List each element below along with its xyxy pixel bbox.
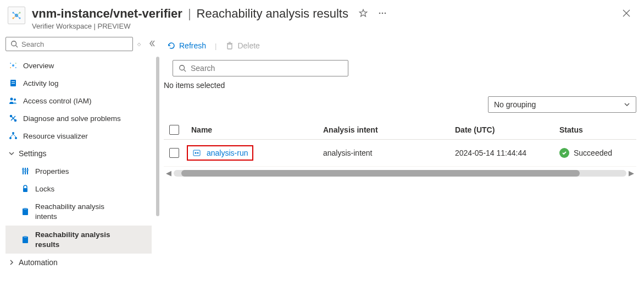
sidebar-item-resource-visualizer[interactable]: Resource visualizer bbox=[5, 127, 152, 145]
col-header-name[interactable]: Name bbox=[191, 125, 323, 134]
row-checkbox[interactable] bbox=[169, 148, 179, 158]
activity-log-icon bbox=[9, 79, 18, 87]
svg-rect-38 bbox=[27, 168, 28, 174]
sidebar-item-reachability-results[interactable]: Reachability analysis results bbox=[5, 226, 152, 254]
grid-header: Name Analysis intent Date (UTC) Status bbox=[164, 120, 636, 140]
svg-point-12 bbox=[385, 12, 386, 14]
delete-label: Delete bbox=[237, 41, 259, 50]
svg-point-54 bbox=[197, 152, 199, 154]
cell-date: 2024-05-14 11:44:44 bbox=[455, 149, 559, 157]
svg-rect-23 bbox=[12, 81, 15, 82]
svg-point-33 bbox=[15, 137, 17, 139]
scroll-right-icon[interactable]: ▶ bbox=[626, 169, 636, 177]
grouping-select[interactable]: No grouping bbox=[488, 96, 636, 113]
sidebar-item-label: Overview bbox=[23, 62, 54, 70]
chevron-down-icon bbox=[9, 149, 14, 158]
sidebar-section-label: Settings bbox=[19, 149, 47, 158]
sidebar: ◇ Overview bbox=[0, 35, 159, 298]
analysis-icon bbox=[192, 149, 201, 157]
svg-point-32 bbox=[9, 137, 12, 139]
svg-point-10 bbox=[379, 12, 381, 14]
page-title: Reachability analysis results bbox=[197, 7, 348, 21]
col-header-status[interactable]: Status bbox=[559, 125, 631, 134]
svg-rect-36 bbox=[23, 168, 24, 174]
svg-marker-9 bbox=[359, 9, 367, 17]
resource-icon bbox=[8, 7, 25, 24]
sidebar-nav: Overview Activity log Access control (IA… bbox=[5, 57, 153, 271]
svg-point-15 bbox=[12, 41, 16, 46]
svg-rect-40 bbox=[24, 171, 26, 172]
sidebar-item-locks[interactable]: Locks bbox=[5, 180, 152, 197]
scrollbar-thumb[interactable] bbox=[181, 170, 580, 177]
svg-point-17 bbox=[12, 64, 14, 67]
table-row: analysis-run analysis-intent 2024-05-14 … bbox=[164, 140, 636, 167]
more-actions-icon[interactable] bbox=[378, 9, 387, 19]
col-header-date[interactable]: Date (UTC) bbox=[455, 125, 559, 134]
horizontal-scrollbar[interactable]: ◀ ▶ bbox=[164, 169, 636, 177]
sidebar-section-settings[interactable]: Settings bbox=[5, 145, 152, 162]
analysis-run-link[interactable]: analysis-run bbox=[207, 149, 248, 157]
sidebar-item-diagnose[interactable]: Diagnose and solve problems bbox=[5, 109, 152, 127]
svg-point-30 bbox=[15, 120, 16, 122]
cell-status: Succeeded bbox=[574, 149, 612, 157]
svg-point-31 bbox=[12, 132, 14, 134]
chevron-right-icon bbox=[9, 258, 14, 267]
collapse-sidebar-icon[interactable] bbox=[145, 40, 158, 48]
sidebar-item-label: Diagnose and solve problems bbox=[23, 114, 121, 123]
svg-point-19 bbox=[15, 63, 16, 64]
sidebar-item-label: Reachability analysis bbox=[35, 202, 104, 212]
svg-rect-44 bbox=[24, 208, 27, 210]
sidebar-item-properties[interactable]: Properties bbox=[5, 162, 152, 180]
svg-point-21 bbox=[15, 67, 16, 68]
svg-rect-41 bbox=[26, 169, 29, 171]
svg-rect-24 bbox=[12, 83, 15, 84]
col-header-intent[interactable]: Analysis intent bbox=[323, 125, 455, 134]
scroll-left-icon[interactable]: ◀ bbox=[164, 169, 174, 177]
sidebar-section-label: Automation bbox=[19, 258, 58, 267]
resource-title: vnm-instance/vnet-verifier bbox=[32, 7, 182, 21]
toolbar: Refresh | Delete bbox=[164, 39, 636, 56]
svg-line-16 bbox=[16, 46, 18, 48]
diagnose-icon bbox=[9, 114, 18, 123]
page-header: vnm-instance/vnet-verifier | Reachabilit… bbox=[0, 0, 644, 35]
breadcrumb: Verifier Workspace | PREVIEW bbox=[32, 22, 620, 30]
main-search[interactable] bbox=[173, 60, 348, 76]
visualizer-icon bbox=[9, 131, 18, 140]
svg-point-50 bbox=[180, 65, 185, 70]
sidebar-item-label: intents bbox=[35, 212, 104, 222]
sidebar-section-automation[interactable]: Automation bbox=[5, 254, 152, 271]
svg-point-53 bbox=[195, 152, 197, 154]
svg-line-34 bbox=[10, 134, 13, 137]
svg-line-51 bbox=[184, 70, 186, 72]
expand-diamond-icon[interactable]: ◇ bbox=[136, 42, 142, 47]
sidebar-item-activity-log[interactable]: Activity log bbox=[5, 74, 152, 92]
sidebar-item-label: Locks bbox=[35, 185, 54, 193]
svg-rect-47 bbox=[227, 44, 232, 49]
main-search-input[interactable] bbox=[191, 64, 342, 73]
sidebar-search-input[interactable] bbox=[21, 40, 128, 48]
locks-icon bbox=[21, 184, 30, 193]
title-separator: | bbox=[188, 7, 191, 21]
svg-point-26 bbox=[14, 98, 16, 101]
svg-rect-39 bbox=[22, 169, 24, 170]
sidebar-item-access-control[interactable]: Access control (IAM) bbox=[5, 92, 152, 109]
sidebar-item-reachability-intents[interactable]: Reachability analysis intents bbox=[5, 197, 152, 226]
sidebar-item-overview[interactable]: Overview bbox=[5, 57, 152, 74]
sidebar-item-label: results bbox=[35, 240, 110, 250]
sidebar-search[interactable] bbox=[5, 37, 133, 51]
select-all-checkbox[interactable] bbox=[169, 125, 179, 135]
selection-status: No items selected bbox=[164, 81, 636, 90]
svg-point-20 bbox=[10, 67, 11, 68]
main-content: Refresh | Delete No items selected No gr… bbox=[159, 35, 644, 298]
results-icon bbox=[21, 235, 30, 244]
svg-point-25 bbox=[10, 98, 13, 101]
close-icon[interactable] bbox=[620, 7, 633, 21]
properties-icon bbox=[21, 167, 30, 175]
refresh-button[interactable]: Refresh bbox=[167, 41, 206, 50]
overview-icon bbox=[9, 61, 18, 70]
svg-rect-42 bbox=[23, 188, 27, 192]
svg-line-35 bbox=[13, 134, 16, 137]
iam-icon bbox=[9, 96, 18, 105]
sidebar-item-label: Properties bbox=[35, 167, 69, 175]
favorite-star-icon[interactable] bbox=[358, 8, 368, 20]
